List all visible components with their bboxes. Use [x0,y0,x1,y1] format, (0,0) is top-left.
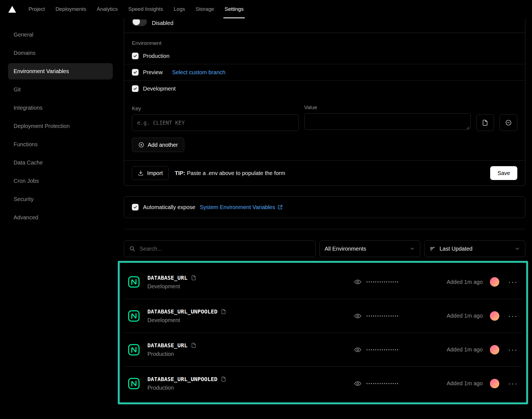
tip-label: TIP: [175,170,185,176]
active-tab-indicator [223,17,245,18]
sidebar-item-deployment-protection[interactable]: Deployment Protection [8,118,113,134]
sort-icon [429,246,436,252]
row-menu-button[interactable]: ··· [508,345,518,354]
env-var-form-card: Disabled Environment Production Preview … [124,18,525,186]
neon-logo-icon [127,377,140,390]
disabled-toggle[interactable] [132,19,147,26]
main-content: Disabled Environment Production Preview … [124,18,532,404]
tab-label: Deployments [55,6,86,12]
env-var-value: ••••••••••••••• [354,380,447,387]
sort-dropdown[interactable]: Last Updated [424,240,525,257]
system-env-card: Automatically expose System Environment … [124,196,525,218]
row-menu-button[interactable]: ··· [508,277,518,287]
added-timestamp: Added 1m ago [447,313,483,319]
highlight-box: DATABASE_URL Development •••••••••••••••… [118,261,528,404]
tab-label: Settings [225,6,244,12]
search-input[interactable] [139,245,310,252]
environment-filter-value: All Environments [325,246,366,252]
sort-value: Last Updated [439,246,472,252]
remove-row-button[interactable] [500,114,517,131]
row-menu-button[interactable]: ··· [508,311,518,321]
development-checkbox[interactable] [132,85,139,92]
sidebar-item-security[interactable]: Security [8,191,113,207]
tab-storage[interactable]: Storage [190,0,219,18]
sidebar-item-git[interactable]: Git [8,81,113,98]
save-button[interactable]: Save [490,166,517,180]
development-row: Development [124,81,525,97]
preview-row: Preview Select custom branch [124,64,525,81]
production-row: Production [124,48,525,64]
value-label: Value [304,104,471,110]
add-another-button[interactable]: Add another [132,138,184,152]
tab-speed-insights[interactable]: Speed Insights [123,0,168,18]
toggle-knob [133,19,140,25]
sidebar-item-general[interactable]: General [8,27,113,43]
download-icon [138,170,144,176]
reveal-value-button[interactable] [354,346,361,353]
plus-circle-icon [138,142,144,148]
note-icon [191,275,196,281]
import-label: Import [147,170,163,176]
env-var-name: DATABASE_URL_UNPOOLED [147,308,218,315]
environment-section-label: Environment [124,33,525,48]
env-var-environment: Production [147,385,354,391]
key-input[interactable] [132,114,299,131]
expose-system-env-checkbox[interactable] [132,204,139,210]
tab-label: Speed Insights [128,6,163,12]
vercel-logo-icon[interactable] [8,6,16,13]
import-button[interactable]: Import [132,166,169,180]
chevron-down-icon [515,246,520,251]
masked-value: ••••••••••••••• [366,348,399,352]
added-timestamp: Added 1m ago [447,279,483,285]
env-var-row: DATABASE_URL_UNPOOLED Production •••••••… [124,366,522,400]
note-icon [221,376,226,382]
top-nav: Project Deployments Analytics Speed Insi… [0,0,532,18]
reveal-value-button[interactable] [354,312,361,320]
tab-label: Storage [196,6,214,12]
tab-project[interactable]: Project [23,0,50,18]
preview-label: Preview [143,69,163,76]
chevron-down-icon [410,246,415,251]
tab-settings[interactable]: Settings [219,0,249,18]
development-label: Development [143,86,176,92]
added-timestamp: Added 1m ago [447,346,483,353]
note-icon [191,343,196,348]
select-custom-branch-link[interactable]: Select custom branch [172,69,225,76]
avatar [490,277,499,287]
system-env-vars-link[interactable]: System Environment Variables [200,204,283,210]
production-checkbox[interactable] [132,53,139,59]
env-var-row: DATABASE_URL_UNPOOLED Development ••••••… [124,299,522,333]
preview-checkbox[interactable] [132,69,139,76]
reveal-value-button[interactable] [354,380,361,387]
sidebar-item-functions[interactable]: Functions [8,136,113,153]
avatar [490,311,499,321]
environment-filter-dropdown[interactable]: All Environments [319,240,421,257]
env-var-value: ••••••••••••••• [354,312,447,320]
section-divider [124,229,525,229]
tab-label: Logs [174,6,185,12]
import-row: Import TIP:Paste a .env above to populat… [124,160,525,186]
value-input[interactable] [304,113,471,130]
disabled-label: Disabled [152,20,173,26]
env-var-name: DATABASE_URL [147,274,188,281]
sidebar-item-cron-jobs[interactable]: Cron Jobs [8,173,113,189]
tab-deployments[interactable]: Deployments [50,0,91,18]
resize-handle-icon[interactable] [466,126,469,130]
tab-analytics[interactable]: Analytics [91,0,123,18]
sidebar-item-integrations[interactable]: Integrations [8,100,113,116]
env-var-name: DATABASE_URL_UNPOOLED [147,376,218,382]
sidebar-item-domains[interactable]: Domains [8,45,113,61]
sidebar-item-data-cache[interactable]: Data Cache [8,155,113,171]
reveal-value-button[interactable] [354,278,361,286]
row-menu-button[interactable]: ··· [508,379,518,388]
env-var-value: ••••••••••••••• [354,278,447,286]
tab-logs[interactable]: Logs [168,0,190,18]
production-label: Production [143,53,170,59]
sidebar-item-environment-variables[interactable]: Environment Variables [8,63,113,79]
settings-sidebar: General Domains Environment Variables Gi… [0,18,124,228]
sidebar-item-advanced[interactable]: Advanced [8,209,113,226]
expose-text: Automatically expose [143,204,195,210]
paste-env-button[interactable] [476,114,494,131]
note-icon [221,309,226,314]
env-var-name-block: DATABASE_URL Development [147,274,354,290]
